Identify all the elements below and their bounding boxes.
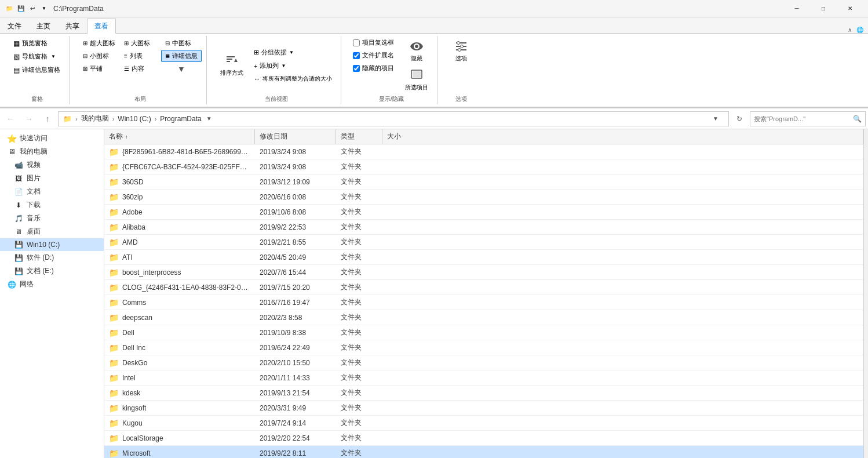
back-button[interactable]: ← (2, 111, 19, 127)
sidebar-item-videos[interactable]: 📹 视频 (0, 158, 104, 172)
folder-icon: 📁 (109, 313, 119, 322)
item-checkbox-check[interactable]: 项目复选框 (351, 37, 396, 48)
options-btn[interactable]: 选项 (447, 37, 476, 65)
close-button[interactable]: ✕ (837, 0, 863, 17)
sidebar-item-documents[interactable]: 📄 文档 (0, 185, 104, 198)
maximize-button[interactable]: □ (810, 0, 837, 17)
col-type[interactable]: 类型 (336, 129, 382, 144)
col-date[interactable]: 修改日期 (255, 129, 336, 144)
path-mypc[interactable]: 我的电脑 (81, 114, 109, 123)
large-icon-btn[interactable]: ⊞大图标 (120, 37, 161, 49)
selected-items-btn[interactable]: 所选项目 (401, 66, 432, 94)
path-programdata[interactable]: ProgramData (160, 115, 201, 123)
sidebar-item-downloads[interactable]: ⬇ 下载 (0, 198, 104, 212)
table-row[interactable]: 📁DeskGo2020/2/10 15:50文件夹 (104, 355, 863, 370)
nav-pane-btn[interactable]: ▧ 导航窗格 ▼ (9, 50, 64, 63)
table-row[interactable]: 📁deepscan2020/2/3 8:58文件夹 (104, 310, 863, 325)
tab-share[interactable]: 共享 (58, 19, 87, 34)
medium-icon-btn[interactable]: ⊟中图标 (161, 37, 202, 49)
table-row[interactable]: 📁Dell Inc2019/6/24 22:49文件夹 (104, 340, 863, 355)
extra-large-icon-btn[interactable]: ⊞超大图标 (79, 37, 119, 49)
table-row[interactable]: 📁360SD2019/3/12 19:09文件夹 (104, 175, 863, 190)
svg-point-11 (458, 49, 461, 52)
table-row[interactable]: 📁Intel2020/1/11 14:33文件夹 (104, 370, 863, 386)
details-btn[interactable]: ≣详细信息 (161, 50, 202, 62)
sidebar-item-doce[interactable]: 💾 文档 (E:) (0, 264, 104, 278)
layout-expand-btn[interactable]: ▼ (161, 64, 202, 74)
dropdown-icon[interactable]: ▼ (39, 4, 49, 13)
forward-button[interactable]: → (21, 111, 37, 127)
sort-icon (225, 54, 239, 68)
table-row[interactable]: 📁Alibaba2019/9/2 22:53文件夹 (104, 220, 863, 235)
sidebar-item-quick-access[interactable]: ⭐ 快速访问 (0, 132, 104, 145)
path-c[interactable]: Win10 (C:) (118, 115, 151, 123)
item-checkbox-input[interactable] (353, 39, 360, 46)
preview-pane-btn[interactable]: ▦ 预览窗格 (9, 37, 64, 49)
search-icon[interactable]: 🔍 (853, 115, 862, 123)
sidebar-item-win10c[interactable]: 💾 Win10 (C:) (0, 238, 104, 251)
details-pane-btn[interactable]: ▤ 详细信息窗格 (9, 64, 64, 76)
table-row[interactable]: 📁Dell2019/10/9 8:38文件夹 (104, 325, 863, 340)
collapse-ribbon-icon[interactable]: ∧ (848, 27, 852, 33)
col-name-label: 名称 (109, 132, 123, 141)
tab-file[interactable]: 文件 (0, 19, 29, 34)
address-path[interactable]: 📁 › 我的电脑 › Win10 (C:) › ProgramData ▼ ▼ (58, 111, 729, 126)
list-btn[interactable]: ≡列表 (120, 50, 161, 62)
up-button[interactable]: ↑ (39, 111, 56, 127)
file-name-text: 360zip (122, 193, 143, 201)
hidden-items-check[interactable]: 隐藏的项目 (351, 63, 396, 74)
col-size[interactable]: 大小 (382, 129, 863, 144)
sidebar-item-pictures[interactable]: 🖼 图片 (0, 172, 104, 185)
file-size-cell (382, 386, 863, 400)
file-date-cell: 2019/2/21 8:55 (255, 235, 336, 249)
downloads-icon: ⬇ (14, 201, 23, 210)
col-name[interactable]: 名称 ↑ (104, 129, 255, 144)
small-icon-btn[interactable]: ⊟小图标 (79, 50, 119, 62)
sidebar-item-network[interactable]: 🌐 网络 (0, 278, 104, 291)
sidebar-item-softd[interactable]: 💾 软件 (D:) (0, 251, 104, 264)
table-row[interactable]: 📁boost_interprocess2020/7/6 15:44文件夹 (104, 265, 863, 280)
file-ext-check[interactable]: 文件扩展名 (351, 50, 396, 61)
group-by-btn[interactable]: ⊞分组依据 ▼ (250, 46, 336, 59)
hidden-items-input[interactable] (353, 65, 360, 72)
tab-view[interactable]: 查看 (87, 19, 116, 34)
table-row[interactable]: 📁AMD2019/2/21 8:55文件夹 (104, 235, 863, 250)
file-type-cell: 文件夹 (336, 416, 382, 430)
sidebar-item-mypc[interactable]: 🖥 我的电脑 (0, 145, 104, 158)
tab-home[interactable]: 主页 (29, 19, 58, 34)
fit-columns-btn[interactable]: ↔将所有列调整为合适的大小 (250, 73, 336, 85)
sidebar-item-music[interactable]: 🎵 音乐 (0, 212, 104, 225)
table-row[interactable]: 📁{8F285961-6B82-481d-B6E5-26896999...201… (104, 144, 863, 159)
path-expand-icon[interactable]: ▼ (707, 111, 724, 127)
file-type-cell: 文件夹 (336, 144, 382, 159)
table-row[interactable]: 📁Kugou2019/7/24 9:14文件夹 (104, 416, 863, 431)
table-row[interactable]: 📁Microsoft2019/9/22 8:11文件夹 (104, 446, 863, 458)
tiles-btn[interactable]: ⊠平铺 (79, 63, 119, 75)
table-row[interactable]: 📁kdesk2019/9/13 21:54文件夹 (104, 386, 863, 401)
sort-btn[interactable]: 排序方式 (216, 52, 247, 79)
search-input[interactable] (754, 115, 851, 122)
sidebar-item-desktop[interactable]: 🖥 桌面 (0, 225, 104, 238)
file-type-cell: 文件夹 (336, 401, 382, 415)
minimize-button[interactable]: ─ (783, 0, 810, 17)
table-row[interactable]: 📁CLOG_{4246F431-1EA0-4838-83F2-06...2019… (104, 280, 863, 295)
table-row[interactable]: 📁Adobe2019/10/6 8:08文件夹 (104, 205, 863, 220)
table-row[interactable]: 📁LocalStorage2019/2/20 22:54文件夹 (104, 431, 863, 446)
file-ext-input[interactable] (353, 52, 360, 59)
file-date-cell: 2019/2/20 22:54 (255, 431, 336, 445)
add-column-btn[interactable]: +添加列 ▼ (250, 60, 336, 72)
file-list: 📁{8F285961-6B82-481d-B6E5-26896999...201… (104, 144, 863, 458)
table-row[interactable]: 📁{CFBC67CA-B3CF-4524-923E-025FFB0...2019… (104, 159, 863, 175)
table-row[interactable]: 📁360zip2020/6/16 0:08文件夹 (104, 190, 863, 205)
file-type-cell: 文件夹 (336, 431, 382, 445)
table-row[interactable]: 📁Comms2016/7/16 19:47文件夹 (104, 295, 863, 310)
table-row[interactable]: 📁kingsoft2020/3/31 9:49文件夹 (104, 401, 863, 416)
ribbon-tabs: 文件 主页 共享 查看 ∧ 🌐 (0, 17, 868, 34)
content-btn[interactable]: ☰内容 (120, 63, 161, 75)
table-row[interactable]: 📁ATI2020/4/5 20:49文件夹 (104, 250, 863, 265)
save-icon[interactable]: 💾 (16, 4, 25, 13)
refresh-button[interactable]: ↻ (731, 111, 747, 127)
path-dropdown-icon[interactable]: ▼ (206, 115, 212, 122)
undo-icon[interactable]: ↩ (28, 4, 37, 13)
hide-btn[interactable]: 隐藏 (405, 37, 428, 65)
